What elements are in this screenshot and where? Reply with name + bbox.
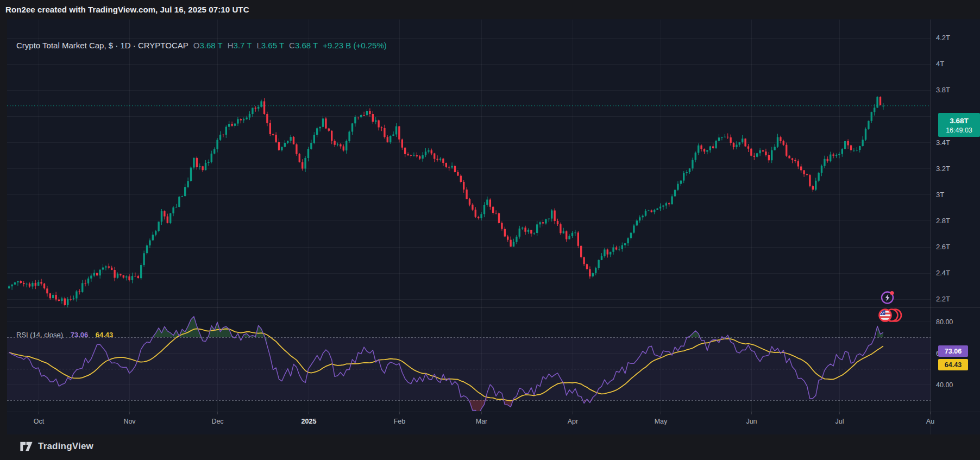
symbol-title: Crypto Total Market Cap, $ · 1D · CRYPTO… <box>16 41 189 50</box>
time-tick-label: 2025 <box>301 418 317 425</box>
ohlc-label: H <box>228 41 234 50</box>
time-tick-label: Au <box>926 418 934 425</box>
ohlc-value: 3.68 T <box>295 41 318 50</box>
ohlc-label: L <box>256 41 261 50</box>
lightning-icon[interactable] <box>880 289 896 305</box>
page: Ron2ee created with TradingView.com, Jul… <box>0 0 980 460</box>
tradingview-logo[interactable]: TradingView <box>20 440 93 452</box>
price-tick-label: 2.4T <box>936 269 950 277</box>
ohlc-value: 3.7 T <box>234 41 252 50</box>
price-tick-label: 2.6T <box>936 243 950 251</box>
rsi-value: 73.06 <box>71 331 89 339</box>
tradingview-wordmark: TradingView <box>38 441 93 452</box>
ohlc-value: 3.65 T <box>261 41 284 50</box>
rsi-title: RSI <box>16 331 28 339</box>
time-tick-label: Dec <box>211 418 223 425</box>
chart-canvas[interactable]: 4.2T4T3.8T3.4T3.2T3T2.8T2.6T2.4T2.2T80.0… <box>7 19 980 434</box>
rsi-tick-label: 80.00 <box>936 318 953 326</box>
rsi-tick-label: 40.00 <box>936 381 953 389</box>
price-tick-label: 2.8T <box>936 217 950 225</box>
price-tick-label: 3.2T <box>936 165 950 173</box>
price-tick-label: 3T <box>936 191 944 199</box>
price-tick-label: 3.4T <box>936 138 950 147</box>
bar-countdown: 16:49:03 <box>946 126 972 135</box>
price-tick-label: 4T <box>936 60 944 68</box>
rsi-ma-value-badge: 64.43 <box>938 359 968 370</box>
change-value: +9.23 B (+0.25%) <box>323 41 387 50</box>
price-tick-label: 2.2T <box>936 295 950 303</box>
time-tick-label: Apr <box>568 418 578 425</box>
attribution-text: Ron2ee created with TradingView.com, Jul… <box>5 0 249 19</box>
tradingview-logo-icon <box>20 440 33 452</box>
rsi-ma-value: 64.43 <box>96 331 114 339</box>
rsi-params: (14, close) <box>30 331 63 339</box>
time-tick-label: Feb <box>394 418 406 425</box>
ohlc-value: 3.68 T <box>199 41 222 50</box>
time-tick-label: Oct <box>34 418 45 425</box>
us-flag-icon[interactable] <box>877 307 903 323</box>
ohlc-values: O3.68 TH3.7 TL3.65 TC3.68 T <box>189 41 318 50</box>
alert-dot <box>890 291 894 295</box>
time-tick-label: Nov <box>123 418 136 425</box>
rsi-legend: RSI (14, close) 73.06 64.43 <box>16 331 113 339</box>
ohlc-label: O <box>193 41 200 50</box>
last-price: 3.68T <box>950 116 969 126</box>
rsi-value-badge: 73.06 <box>938 345 968 357</box>
price-tick-label: 3.8T <box>936 86 950 94</box>
price-tick-label: 4.2T <box>936 34 950 42</box>
footer-bar: TradingView <box>0 434 980 460</box>
time-tick-label: May <box>655 418 668 425</box>
chart-widget[interactable]: 4.2T4T3.8T3.4T3.2T3T2.8T2.6T2.4T2.2T80.0… <box>7 19 980 434</box>
time-tick-label: Jun <box>746 418 757 425</box>
attribution-bar: Ron2ee created with TradingView.com, Jul… <box>0 0 980 19</box>
time-tick-label: Jul <box>835 418 844 425</box>
ohlc-label: C <box>289 41 295 50</box>
time-tick-label: Mar <box>476 418 488 425</box>
symbol-legend: Crypto Total Market Cap, $ · 1D · CRYPTO… <box>16 41 387 50</box>
last-price-badge: 3.68T 16:49:03 <box>938 113 980 137</box>
